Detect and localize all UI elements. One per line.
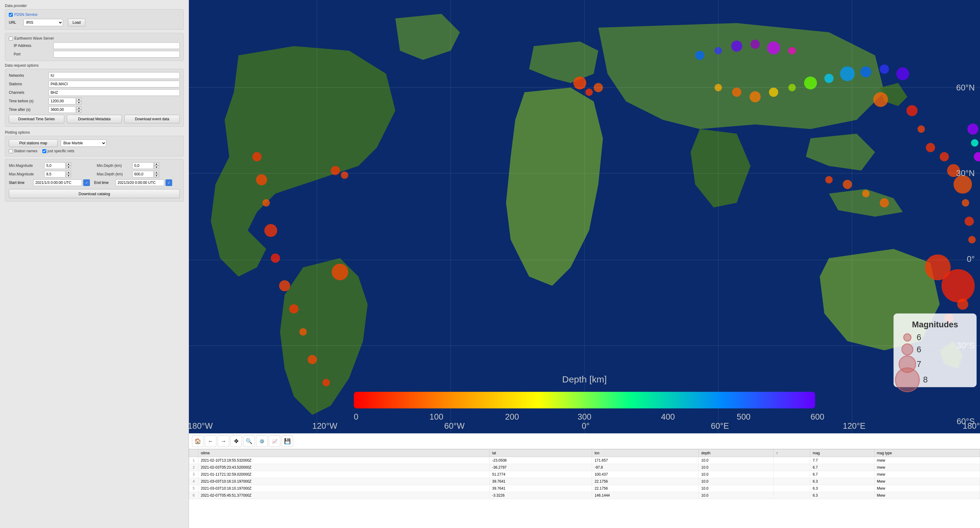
max-depth-up[interactable]: ▲: [154, 171, 159, 174]
svg-rect-87: [354, 392, 815, 408]
map-style-select[interactable]: Blue Marble Stamen Terrain OpenStreetMap: [60, 140, 107, 147]
stations-label: Stations: [9, 82, 48, 86]
min-mag-group: Min.Magnitude ▲ ▼: [9, 162, 92, 169]
col-arrow: ↑: [773, 449, 810, 457]
start-time-confirm[interactable]: ✓: [83, 179, 90, 186]
station-names-checkbox[interactable]: [9, 149, 13, 153]
max-mag-label: Max.Magnitude: [9, 172, 42, 176]
svg-point-12: [964, 217, 974, 226]
max-mag-up[interactable]: ▲: [66, 171, 71, 174]
cell-num: 2: [189, 464, 198, 471]
cell-num: 4: [189, 478, 198, 485]
time-before-input[interactable]: [48, 98, 76, 105]
url-row: URL IRIS USGS GEOFON Load: [9, 19, 180, 27]
cell-otime: 2021-03-03T10:16:10.197000Z: [198, 485, 490, 492]
mag-depth-row1: Min.Magnitude ▲ ▼ Min.Depth (km): [9, 162, 180, 169]
cell-otime: 2021-02-07T05:45:51.377000Z: [198, 492, 490, 499]
max-depth-down[interactable]: ▼: [154, 174, 159, 178]
settings-button[interactable]: ⚙️: [256, 435, 267, 447]
max-mag-spinner: ▲ ▼: [44, 171, 71, 178]
back-button[interactable]: ←: [205, 435, 216, 447]
start-time-input[interactable]: [33, 179, 82, 186]
end-time-confirm[interactable]: ✓: [165, 179, 172, 186]
cell-arrow: [773, 485, 810, 492]
table-row[interactable]: 4 2021-03-03T10:16:10.197000Z 39.7641 22…: [189, 478, 980, 485]
cell-lon: 100.437: [592, 471, 699, 478]
download-row: Download Time Series Download Metadata D…: [9, 115, 180, 123]
time-after-up[interactable]: ▲: [76, 106, 81, 109]
svg-text:60°N: 60°N: [956, 83, 975, 92]
time-before-down[interactable]: ▼: [76, 101, 81, 105]
cell-lat: 39.7641: [490, 478, 592, 485]
table-row[interactable]: 5 2021-03-03T10:16:10.197000Z 39.7641 22…: [189, 485, 980, 492]
time-before-up[interactable]: ▲: [76, 98, 81, 101]
min-mag-input[interactable]: [44, 162, 65, 169]
load-button[interactable]: Load: [68, 19, 85, 27]
fdsn-checkbox[interactable]: [9, 13, 13, 17]
svg-point-6: [926, 143, 935, 152]
earthworm-checkbox[interactable]: [9, 36, 13, 41]
save-button[interactable]: 💾: [282, 435, 293, 447]
max-mag-input[interactable]: [44, 171, 65, 178]
min-mag-up[interactable]: ▲: [66, 162, 71, 166]
cell-otime: 2021-02-03T05:23:43.520000Z: [198, 464, 490, 471]
svg-text:200: 200: [505, 412, 519, 422]
start-time-row: Start time ✓ End time ✓: [9, 179, 180, 186]
table-row[interactable]: 6 2021-02-07T05:45:51.377000Z -3.3226 14…: [189, 492, 980, 499]
ip-input[interactable]: [53, 42, 180, 49]
channels-input[interactable]: [48, 89, 180, 96]
channels-row: Channels: [9, 89, 180, 96]
url-select[interactable]: IRIS USGS GEOFON: [24, 19, 63, 26]
cell-num: 6: [189, 492, 198, 499]
download-metadata-button[interactable]: Download Metadata: [67, 115, 122, 123]
download-event-data-button[interactable]: Download event data: [124, 115, 180, 123]
chart-button[interactable]: 📈: [269, 435, 280, 447]
port-input[interactable]: [53, 51, 180, 57]
min-mag-down[interactable]: ▼: [66, 166, 71, 169]
plot-stations-map-button[interactable]: Plot stations map: [9, 139, 57, 147]
plotting-section: Plotting options Plot stations map Blue …: [5, 130, 184, 157]
min-depth-down[interactable]: ▼: [154, 166, 159, 169]
max-mag-down[interactable]: ▼: [66, 174, 71, 178]
svg-text:0°: 0°: [967, 254, 975, 264]
svg-text:Magnitudes: Magnitudes: [912, 320, 958, 329]
cell-magtype: Mww: [874, 492, 980, 499]
port-label: Port: [14, 52, 53, 56]
cell-magtype: mww: [874, 464, 980, 471]
header-row: otime lat lon depth ↑ mag mag type: [189, 449, 980, 457]
time-after-label: Time after (s): [9, 108, 48, 112]
earthquake-table: otime lat lon depth ↑ mag mag type 1 202…: [189, 449, 980, 499]
earthworm-box: Earthworm Wave Server IP Address Port: [5, 33, 184, 61]
max-depth-label: Max.Depth (km): [97, 172, 130, 176]
svg-text:100: 100: [430, 412, 443, 422]
stations-row: Stations: [9, 81, 180, 87]
start-time-group: ✓: [33, 179, 90, 186]
pan-button[interactable]: ✥: [231, 435, 242, 447]
home-button[interactable]: 🏠: [192, 435, 204, 447]
end-time-input[interactable]: [116, 179, 164, 186]
table-row[interactable]: 1 2021-02-10T13:19:55.532000Z -23.0508 1…: [189, 457, 980, 464]
stations-input[interactable]: [48, 81, 180, 87]
time-after-input[interactable]: [48, 106, 76, 113]
min-depth-input[interactable]: [132, 162, 154, 169]
table-row[interactable]: 2 2021-02-03T05:23:43.520000Z -36.2797 -…: [189, 464, 980, 471]
time-after-down[interactable]: ▼: [76, 109, 81, 113]
just-specific-nets-checkbox[interactable]: [42, 149, 46, 153]
svg-text:120°W: 120°W: [312, 421, 337, 431]
networks-input[interactable]: [48, 72, 180, 79]
world-map-svg: 60°N 30°N 0° 30°S 60°S 180°W 120°W 60°W …: [189, 0, 980, 433]
table-row[interactable]: 3 2021-01-11T21:32:59.020000Z 51.2774 10…: [189, 471, 980, 478]
station-options-row: Station names just specific nets: [9, 149, 180, 153]
download-time-series-button[interactable]: Download Time Series: [9, 115, 64, 123]
svg-text:180°E: 180°E: [963, 421, 980, 431]
max-depth-input[interactable]: [132, 171, 154, 178]
min-depth-up[interactable]: ▲: [154, 162, 159, 166]
cell-mag: 7.7: [810, 457, 874, 464]
svg-text:0: 0: [354, 412, 358, 422]
svg-point-52: [967, 124, 978, 135]
time-before-spinner: ▲ ▼: [48, 98, 81, 105]
forward-button[interactable]: →: [218, 435, 229, 447]
zoom-button[interactable]: 🔍: [243, 435, 255, 447]
svg-point-25: [279, 280, 290, 291]
download-catalog-button[interactable]: Download catalog: [9, 189, 180, 198]
